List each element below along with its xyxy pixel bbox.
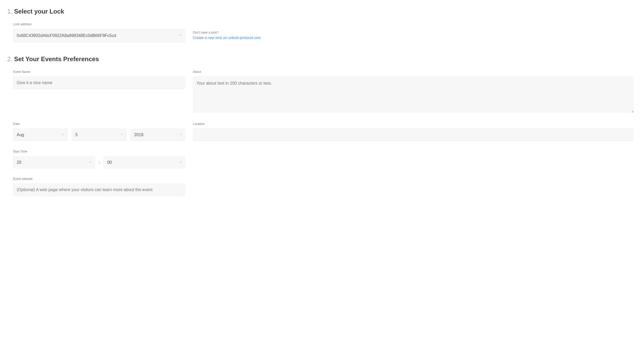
event-name-field: Event Name [13, 70, 186, 89]
event-website-input[interactable] [13, 183, 186, 196]
section-select-lock: 1. Select your Lock Lock address 0x68C43… [7, 8, 634, 42]
about-field: About [193, 70, 634, 114]
date-year-select[interactable]: 2019 [131, 128, 186, 141]
about-label: About [193, 70, 634, 74]
step-title: Select your Lock [14, 8, 64, 15]
lock-helper: Don't have a lock? Create a new lock on … [193, 29, 634, 40]
start-minute-select[interactable]: 00 [103, 156, 186, 169]
location-label: Location [193, 122, 634, 126]
date-day-wrapper: 5 [72, 128, 127, 141]
date-field: Date Aug 5 [13, 122, 186, 141]
lock-address-select[interactable]: 0x68C43902dA6cF0922A8a998348Ec0dB66F9Fc5… [13, 29, 186, 42]
start-minute-wrapper: 00 [103, 156, 186, 169]
date-label: Date [13, 122, 186, 126]
about-textarea[interactable] [193, 76, 634, 113]
time-separator: : [99, 160, 100, 165]
section-header: 1. Select your Lock [7, 8, 634, 15]
step-title: Set Your Events Preferences [14, 55, 99, 63]
date-year-wrapper: 2019 [131, 128, 186, 141]
date-month-wrapper: Aug [13, 128, 68, 141]
start-time-label: Start Time [13, 150, 186, 153]
event-name-input[interactable] [13, 76, 186, 89]
lock-address-select-wrapper: 0x68C43902dA6cF0922A8a998348Ec0dB66F9Fc5… [13, 29, 186, 42]
event-website-field: Event website [13, 177, 186, 196]
create-lock-link[interactable]: Create a new lock on unlock-protocol.com [193, 36, 261, 40]
date-month-select[interactable]: Aug [13, 128, 68, 141]
step-number: 2. [7, 55, 13, 63]
lock-helper-text: Don't have a lock? [193, 31, 634, 34]
event-name-label: Event Name [13, 70, 186, 74]
start-time-field: Start Time 20 : 00 [13, 150, 186, 169]
step-number: 1. [7, 8, 13, 15]
start-hour-wrapper: 20 [13, 156, 95, 169]
location-field: Location [193, 122, 634, 141]
start-hour-select[interactable]: 20 [13, 156, 95, 169]
section-event-preferences: 2. Set Your Events Preferences Event Nam… [7, 55, 634, 196]
section-header: 2. Set Your Events Preferences [7, 55, 634, 63]
event-website-label: Event website [13, 177, 186, 181]
date-day-select[interactable]: 5 [72, 128, 127, 141]
lock-address-label: Lock address [13, 22, 634, 26]
location-input[interactable] [193, 128, 634, 141]
